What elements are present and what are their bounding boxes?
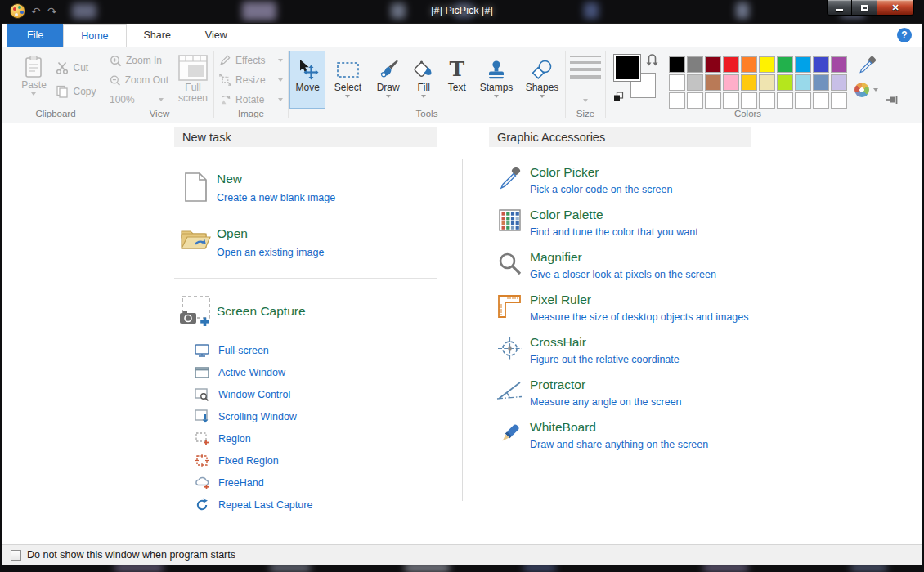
color-swatch[interactable] xyxy=(687,56,703,73)
stamps-tool-button[interactable]: Stamps xyxy=(474,51,518,109)
color-swatch[interactable] xyxy=(759,56,775,73)
capture-item-full-screen[interactable]: Full-screen xyxy=(194,339,437,361)
foreground-color-swatch[interactable] xyxy=(613,54,641,82)
paste-button[interactable]: Paste xyxy=(15,51,52,109)
move-cursor-icon xyxy=(297,59,319,81)
color-swatch[interactable] xyxy=(669,92,685,109)
capture-item-repeat-last-capture[interactable]: Repeat Last Capture xyxy=(194,494,437,516)
color-wheel-icon[interactable] xyxy=(854,83,869,97)
active-window-icon xyxy=(195,367,209,378)
zoom-out-button[interactable]: Zoom Out xyxy=(110,74,168,87)
tab-share[interactable]: Share xyxy=(127,24,188,47)
effects-dropdown[interactable]: Effects xyxy=(219,54,283,66)
color-swatch[interactable] xyxy=(741,74,757,91)
reset-colors-icon[interactable] xyxy=(613,92,624,102)
color-swatch[interactable] xyxy=(813,92,829,109)
fullscreen-monitor-icon xyxy=(195,344,209,357)
title-bar[interactable]: ↶ ↷ [#] PicPick [#] ✕ xyxy=(0,0,924,24)
protractor-item[interactable]: Protractor Measure any angle on the scre… xyxy=(489,378,751,408)
shapes-dropdown-arrow[interactable] xyxy=(540,95,545,98)
draw-tool-button[interactable]: Draw xyxy=(370,51,406,109)
color-swatch[interactable] xyxy=(795,74,811,91)
paste-dropdown-arrow[interactable] xyxy=(31,92,36,96)
pixel-ruler-item[interactable]: Pixel Ruler Measure the size of desktop … xyxy=(489,293,751,323)
fill-dropdown-arrow[interactable] xyxy=(421,95,426,98)
color-picker-item[interactable]: Color Picker Pick a color code on the sc… xyxy=(489,165,751,195)
color-swatch[interactable] xyxy=(669,56,685,73)
color-swatch[interactable] xyxy=(723,74,739,91)
fill-tool-button[interactable]: Fill xyxy=(408,51,440,109)
close-button[interactable]: ✕ xyxy=(877,0,914,16)
tab-file[interactable]: File xyxy=(7,24,63,47)
move-tool-button[interactable]: Move xyxy=(289,51,325,109)
new-item[interactable]: New Create a new blank image xyxy=(174,172,437,203)
capture-item-fixed-region[interactable]: Fixed Region xyxy=(194,449,437,471)
capture-item-active-window[interactable]: Active Window xyxy=(194,361,437,383)
foreground-background-swatches[interactable] xyxy=(613,54,661,103)
color-swatch[interactable] xyxy=(795,56,811,73)
color-swatch[interactable] xyxy=(777,56,793,73)
minimize-button[interactable] xyxy=(827,0,852,16)
whiteboard-item[interactable]: WhiteBoard Draw and share anything on th… xyxy=(489,420,751,450)
footer-bar: Do not show this window when program sta… xyxy=(2,544,922,565)
zoom-level-dropdown[interactable]: 100% xyxy=(110,94,164,105)
ribbon-group-view: Zoom In Zoom Out 100% xyxy=(106,47,213,123)
eyedropper-icon[interactable] xyxy=(858,56,876,74)
select-dropdown-arrow[interactable] xyxy=(345,95,350,98)
capture-item-freehand[interactable]: FreeHand xyxy=(194,471,437,494)
magnifier-item[interactable]: Magnifier Give a closer look at pixels o… xyxy=(489,250,751,280)
color-swatch[interactable] xyxy=(759,74,775,91)
color-swatch[interactable] xyxy=(741,92,757,109)
text-tool-button[interactable]: T Text xyxy=(441,51,473,109)
capture-item-region[interactable]: Region xyxy=(194,427,437,449)
color-swatch[interactable] xyxy=(795,92,811,109)
help-icon[interactable]: ? xyxy=(897,28,912,42)
new-document-icon xyxy=(184,172,208,203)
new-task-section: New task New Create a new blank image xyxy=(174,127,437,516)
resize-dropdown[interactable]: Resize xyxy=(219,74,283,86)
color-swatch[interactable] xyxy=(831,74,847,91)
full-screen-button[interactable]: Fullscreen xyxy=(173,51,213,109)
color-swatch[interactable] xyxy=(687,92,703,109)
color-swatch[interactable] xyxy=(813,56,829,73)
color-swatch[interactable] xyxy=(723,92,739,109)
select-tool-button[interactable]: Select xyxy=(327,51,368,109)
crosshair-item[interactable]: CrossHair Figure out the relative coordi… xyxy=(489,335,751,365)
color-swatch[interactable] xyxy=(705,56,721,73)
screen-capture-icon xyxy=(178,295,213,328)
color-swatch[interactable] xyxy=(777,74,793,91)
paste-clipboard-icon xyxy=(24,55,43,78)
color-palette-item[interactable]: Color Palette Find and tune the color th… xyxy=(489,208,751,238)
capture-item-scrolling-window[interactable]: Scrolling Window xyxy=(194,405,437,427)
rotate-dropdown[interactable]: Rotate xyxy=(219,93,283,105)
color-swatch[interactable] xyxy=(759,92,775,109)
color-swatch[interactable] xyxy=(669,74,685,91)
size-dropdown-arrow[interactable] xyxy=(583,99,588,102)
color-swatch[interactable] xyxy=(705,92,721,109)
shapes-tool-button[interactable]: Shapes xyxy=(520,51,564,109)
tab-home[interactable]: Home xyxy=(63,24,126,47)
tab-view[interactable]: View xyxy=(188,24,244,47)
maximize-button[interactable] xyxy=(852,0,877,16)
copy-button[interactable]: Copy xyxy=(56,85,96,98)
color-swatch[interactable] xyxy=(687,74,703,91)
do-not-show-checkbox[interactable] xyxy=(11,550,21,561)
open-item[interactable]: Open Open an existing image xyxy=(174,226,437,258)
color-swatch[interactable] xyxy=(777,92,793,109)
color-swatch[interactable] xyxy=(741,56,757,73)
zoom-in-button[interactable]: Zoom In xyxy=(110,55,168,67)
swap-colors-icon[interactable] xyxy=(646,52,658,66)
color-swatch[interactable] xyxy=(813,74,829,91)
draw-dropdown-arrow[interactable] xyxy=(386,95,391,98)
color-swatch[interactable] xyxy=(723,56,739,73)
cut-button[interactable]: Cut xyxy=(56,61,96,74)
pin-ribbon-icon[interactable] xyxy=(885,95,899,105)
stamps-dropdown-arrow[interactable] xyxy=(494,95,499,98)
color-wheel-dropdown-arrow[interactable] xyxy=(873,88,878,92)
color-swatch[interactable] xyxy=(831,56,847,73)
color-swatch[interactable] xyxy=(705,74,721,91)
do-not-show-label: Do not show this window when program sta… xyxy=(27,549,235,561)
glass-blur-decoration xyxy=(405,565,450,571)
capture-item-window-control[interactable]: Window Control xyxy=(194,383,437,405)
color-swatch[interactable] xyxy=(831,92,847,109)
